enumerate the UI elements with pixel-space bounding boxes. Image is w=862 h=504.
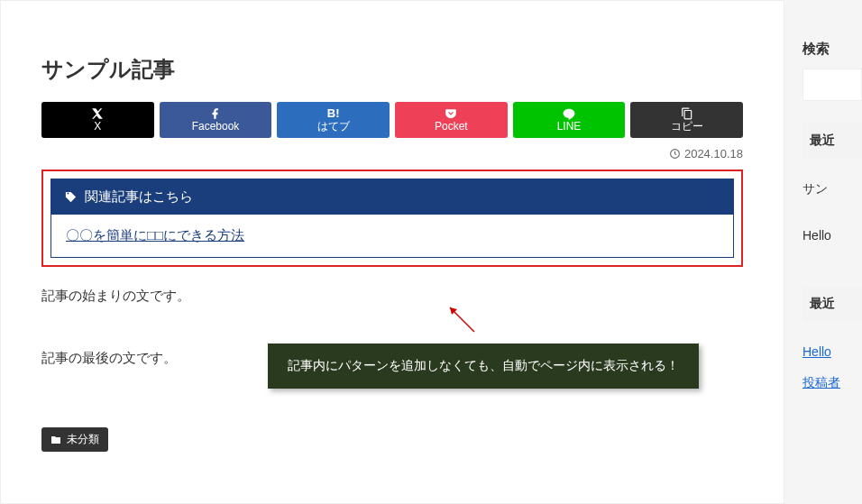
facebook-icon	[209, 107, 222, 120]
sidebar-link-author[interactable]: 投稿者	[802, 375, 840, 389]
tag-icon	[64, 190, 78, 204]
clock-icon	[669, 148, 681, 160]
article-paragraph-2: 記事の最後の文です。	[41, 347, 743, 369]
svg-line-1	[450, 307, 474, 332]
sidebar-item-hello[interactable]: Hello	[802, 221, 862, 252]
share-facebook-label: Facebook	[192, 121, 240, 133]
related-body: 〇〇を簡単に□□にできる方法	[51, 215, 733, 257]
article-main: サンプル記事 X Facebook B! はてブ Pocket LINE コピー…	[0, 0, 784, 504]
folder-icon	[50, 435, 61, 445]
share-pocket-button[interactable]: Pocket	[395, 102, 508, 138]
sidebar-recent-heading-1: 最近	[802, 124, 862, 158]
svg-marker-2	[450, 307, 457, 315]
highlight-frame: 関連記事はこちら 〇〇を簡単に□□にできる方法	[41, 170, 743, 267]
share-copy-button[interactable]: コピー	[630, 102, 743, 138]
copy-icon	[681, 107, 693, 120]
page-title: サンプル記事	[41, 55, 743, 84]
share-x-label: X	[94, 121, 101, 133]
share-copy-label: コピー	[671, 121, 703, 133]
share-line-button[interactable]: LINE	[513, 102, 626, 138]
share-buttons-row: X Facebook B! はてブ Pocket LINE コピー	[41, 102, 743, 138]
line-icon	[563, 107, 575, 120]
hatena-icon: B!	[327, 107, 340, 120]
x-icon	[91, 107, 104, 120]
pocket-icon	[445, 107, 457, 120]
publish-date-row: 2024.10.18	[41, 147, 743, 160]
sidebar-search-input[interactable]	[802, 69, 862, 101]
article-paragraph-1: 記事の始まりの文です。	[41, 285, 743, 307]
share-hatena-label: はてブ	[317, 121, 350, 133]
related-articles-box: 関連記事はこちら 〇〇を簡単に□□にできる方法	[50, 179, 734, 258]
category-label: 未分類	[67, 432, 99, 447]
sidebar-recent-list-2: Hello 投稿者	[802, 337, 862, 398]
sidebar-item-sample[interactable]: サン	[802, 174, 862, 205]
sidebar-recent-list-1: サン Hello	[802, 174, 862, 251]
sidebar-search-label: 検索	[802, 41, 862, 58]
share-line-label: LINE	[557, 121, 582, 133]
sidebar-recent-heading-2: 最近	[802, 287, 862, 321]
publish-date: 2024.10.18	[684, 147, 743, 160]
share-hatena-button[interactable]: B! はてブ	[277, 102, 390, 138]
related-heading-text: 関連記事はこちら	[85, 188, 193, 206]
share-x-button[interactable]: X	[41, 102, 154, 138]
category-tag[interactable]: 未分類	[41, 427, 108, 452]
share-pocket-label: Pocket	[435, 121, 468, 133]
sidebar: 検索 最近 サン Hello 最近 Hello 投稿者	[802, 0, 862, 504]
related-link[interactable]: 〇〇を簡単に□□にできる方法	[66, 227, 244, 243]
related-heading: 関連記事はこちら	[51, 179, 733, 215]
share-facebook-button[interactable]: Facebook	[160, 102, 272, 138]
sidebar-link-hello[interactable]: Hello	[802, 344, 831, 359]
